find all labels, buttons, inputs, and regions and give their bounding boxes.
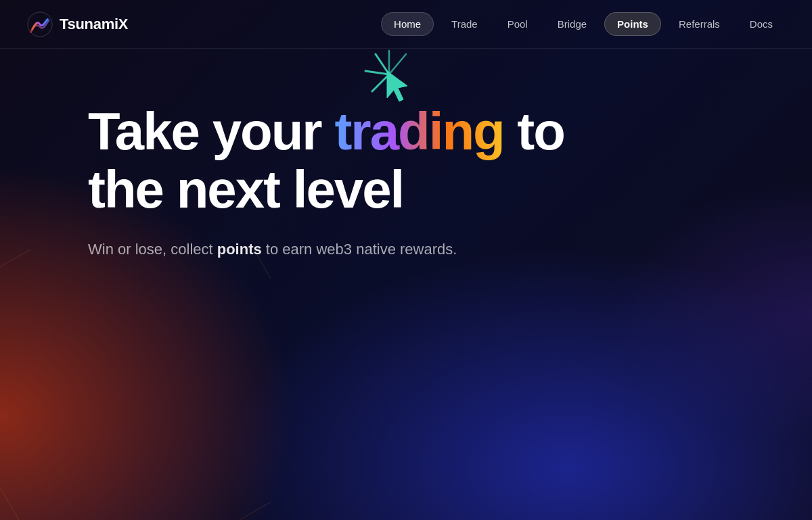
background-lines	[0, 250, 271, 520]
nav-docs[interactable]: Docs	[738, 13, 785, 35]
hero-subtext-after: to earn web3 native rewards.	[262, 241, 457, 258]
hero-heading-after: to	[504, 101, 564, 161]
hero-heading: Take your trading to the next level	[88, 103, 697, 219]
nav-points[interactable]: Points	[604, 12, 661, 36]
hero-heading-before: Take your	[88, 101, 334, 161]
nav-home[interactable]: Home	[381, 12, 434, 36]
click-burst-icon	[352, 37, 433, 118]
logo-icon	[27, 11, 53, 37]
cursor-animation	[352, 37, 447, 118]
svg-line-3	[372, 74, 389, 91]
logo-text: TsunamiX	[60, 16, 128, 33]
nav-links: Home Trade Pool Bridge Points Referrals …	[381, 12, 785, 36]
svg-line-5	[389, 54, 406, 74]
svg-marker-6	[387, 71, 407, 101]
logo[interactable]: TsunamiX	[27, 11, 128, 37]
nav-trade[interactable]: Trade	[439, 13, 490, 35]
hero-subtext-bold: points	[217, 241, 262, 258]
hero-subtext-before: Win or lose, collect	[88, 241, 217, 258]
hero-subtext: Win or lose, collect points to earn web3…	[88, 238, 548, 260]
nav-pool[interactable]: Pool	[495, 13, 540, 35]
nav-bridge[interactable]: Bridge	[545, 13, 599, 35]
svg-line-2	[365, 71, 389, 74]
nav-referrals[interactable]: Referrals	[667, 13, 732, 35]
hero-heading-line2: the next level	[88, 161, 697, 219]
